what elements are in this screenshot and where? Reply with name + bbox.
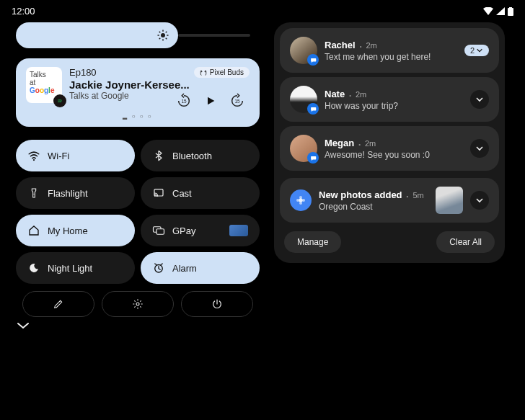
clear-all-button[interactable]: Clear All <box>436 231 495 253</box>
notification-time: 2m <box>365 139 376 148</box>
forward-15-button[interactable]: 15 <box>229 93 245 109</box>
notification-text: How was your trip? <box>325 101 463 111</box>
brightness-icon <box>156 29 169 42</box>
media-pager-dots: ▂ ○ ○ ○ <box>26 113 250 120</box>
avatar <box>290 37 317 64</box>
svg-point-13 <box>204 71 206 72</box>
qs-home-tile[interactable]: My Home <box>16 215 135 246</box>
svg-point-23 <box>136 303 139 305</box>
notification-sender: Megan <box>325 138 354 148</box>
brightness-track <box>178 34 250 37</box>
signal-icon <box>496 7 505 15</box>
rewind-15-button[interactable]: 15 <box>176 93 192 109</box>
svg-point-17 <box>33 194 34 195</box>
svg-point-26 <box>299 202 302 205</box>
notification-sender: Rachel <box>325 40 356 50</box>
status-icons <box>483 7 513 16</box>
alarm-icon <box>152 262 165 274</box>
notification-text: Awesome! See you soon :0 <box>325 150 463 160</box>
photos-thumbnail <box>436 187 463 214</box>
clock: 12:00 <box>12 6 35 17</box>
svg-rect-21 <box>156 229 164 235</box>
media-episode: Ep180 <box>69 67 97 78</box>
qs-flashlight-tile[interactable]: Flashlight <box>16 177 135 209</box>
svg-point-2 <box>161 33 165 37</box>
notification-photos[interactable]: New photos added • 5m Oregon Coast <box>280 178 499 223</box>
qs-nightlight-tile[interactable]: Night Light <box>16 252 135 284</box>
svg-line-8 <box>166 38 167 40</box>
svg-point-24 <box>299 196 302 199</box>
power-button[interactable] <box>181 291 253 317</box>
expand-icon[interactable] <box>470 139 489 158</box>
svg-point-19 <box>154 195 155 196</box>
notification-card[interactable]: Megan • 2m Awesome! See you soon :0 <box>280 126 499 171</box>
expand-icon[interactable] <box>470 90 489 109</box>
svg-point-12 <box>200 71 202 72</box>
gpay-card-thumb <box>229 225 248 236</box>
qs-alarm-tile[interactable]: Alarm <box>141 252 260 284</box>
wifi-icon <box>483 7 493 15</box>
svg-point-16 <box>33 159 35 161</box>
svg-line-10 <box>166 32 167 33</box>
svg-line-9 <box>159 38 161 40</box>
messages-app-icon <box>307 103 319 115</box>
media-source: Talks at Google <box>69 91 250 101</box>
qs-wifi-tile[interactable]: Wi-Fi <box>16 140 135 171</box>
home-icon <box>27 224 40 237</box>
svg-rect-1 <box>509 7 512 9</box>
notification-sender: Nate <box>325 89 345 99</box>
flashlight-icon <box>27 187 40 199</box>
media-card[interactable]: Talks at Google Ep180 Pixel Buds <box>16 58 260 127</box>
notification-text: Text me when you get here! <box>325 52 457 62</box>
avatar <box>290 86 317 113</box>
media-track-title: Jackie Joyner-Kersee... <box>69 79 250 91</box>
photos-subtitle: Oregon Coast <box>319 202 428 212</box>
moon-icon <box>27 262 40 274</box>
manage-button[interactable]: Manage <box>284 231 341 253</box>
svg-text:15: 15 <box>234 99 240 104</box>
svg-line-7 <box>159 32 161 33</box>
expand-chevron[interactable] <box>16 321 260 330</box>
wifi-icon <box>27 149 40 162</box>
edit-tiles-button[interactable] <box>22 291 94 317</box>
notification-count-pill[interactable]: 2 <box>464 45 489 56</box>
notification-card[interactable]: Nate • 2m How was your trip? <box>280 77 499 122</box>
status-bar: 12:00 <box>0 0 525 22</box>
svg-point-27 <box>296 199 299 202</box>
settings-button[interactable] <box>102 291 174 317</box>
qs-gpay-tile[interactable]: GPay <box>141 215 260 246</box>
svg-text:15: 15 <box>181 99 187 104</box>
spotify-icon <box>53 94 66 107</box>
photos-title: New photos added <box>319 189 402 200</box>
photos-app-icon <box>290 189 312 211</box>
messages-app-icon <box>307 152 319 164</box>
notification-card[interactable]: Rachel • 2m Text me when you get here! 2 <box>280 28 499 73</box>
qs-cast-tile[interactable]: Cast <box>141 177 260 209</box>
brightness-slider[interactable] <box>16 22 260 48</box>
quick-settings-grid: Wi-Fi Bluetooth Flashlight Cast My Home … <box>16 140 260 284</box>
avatar <box>290 135 317 162</box>
earbuds-icon <box>200 69 207 76</box>
expand-icon[interactable] <box>470 191 489 210</box>
notification-time: 2m <box>366 41 376 50</box>
media-output-chip[interactable]: Pixel Buds <box>194 67 250 78</box>
gpay-icon <box>152 225 165 236</box>
messages-app-icon <box>307 54 319 66</box>
bluetooth-icon <box>152 150 165 161</box>
battery-icon <box>508 7 513 16</box>
cast-icon <box>152 187 165 199</box>
svg-rect-0 <box>508 8 513 16</box>
qs-bluetooth-tile[interactable]: Bluetooth <box>141 140 260 171</box>
notification-time: 2m <box>356 90 366 99</box>
play-button[interactable] <box>205 95 216 107</box>
photos-time: 5m <box>412 191 423 200</box>
media-album-art: Talks at Google <box>26 67 62 103</box>
notification-panel: Rachel • 2m Text me when you get here! 2… <box>274 22 505 263</box>
svg-point-25 <box>302 199 305 202</box>
